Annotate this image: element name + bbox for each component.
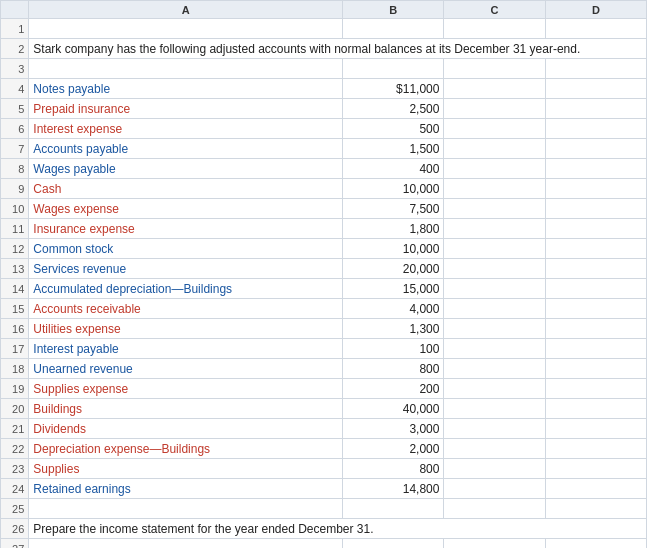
empty-cell-b xyxy=(343,499,444,519)
empty-cell-d xyxy=(545,539,646,549)
empty-cell-c xyxy=(444,19,545,39)
account-name: Utilities expense xyxy=(29,319,343,339)
table-row: 21Dividends3,000 xyxy=(1,419,647,439)
account-name: Wages payable xyxy=(29,159,343,179)
spreadsheet: A B C D 12Stark company has the followin… xyxy=(0,0,647,548)
instruction-text: Prepare the income statement for the yea… xyxy=(29,519,647,539)
account-value: 1,800 xyxy=(343,219,444,239)
col-c-header: C xyxy=(444,1,545,19)
row-number: 22 xyxy=(1,439,29,459)
account-name: Supplies expense xyxy=(29,379,343,399)
account-value: 2,000 xyxy=(343,439,444,459)
empty-cell-a xyxy=(29,19,343,39)
corner-cell xyxy=(1,1,29,19)
row-number: 1 xyxy=(1,19,29,39)
account-name: Interest payable xyxy=(29,339,343,359)
table-row: 8Wages payable400 xyxy=(1,159,647,179)
col-d-cell xyxy=(545,459,646,479)
table-row: 3 xyxy=(1,59,647,79)
col-c-cell xyxy=(444,419,545,439)
account-name: Buildings xyxy=(29,399,343,419)
account-name: Supplies xyxy=(29,459,343,479)
row-number: 17 xyxy=(1,339,29,359)
account-name: Depreciation expense—Buildings xyxy=(29,439,343,459)
account-name: Accumulated depreciation—Buildings xyxy=(29,279,343,299)
row-number: 8 xyxy=(1,159,29,179)
table-row: 16Utilities expense1,300 xyxy=(1,319,647,339)
row-number: 6 xyxy=(1,119,29,139)
table-row: 22Depreciation expense—Buildings2,000 xyxy=(1,439,647,459)
account-name: Wages expense xyxy=(29,199,343,219)
col-c-cell xyxy=(444,139,545,159)
row-number: 7 xyxy=(1,139,29,159)
row-number: 26 xyxy=(1,519,29,539)
table-row: 2Stark company has the following adjuste… xyxy=(1,39,647,59)
table-row: 9Cash10,000 xyxy=(1,179,647,199)
col-c-cell xyxy=(444,299,545,319)
col-d-cell xyxy=(545,439,646,459)
empty-cell-b xyxy=(343,19,444,39)
table-row: 20Buildings40,000 xyxy=(1,399,647,419)
account-value: 800 xyxy=(343,459,444,479)
col-c-cell xyxy=(444,379,545,399)
account-value: 200 xyxy=(343,379,444,399)
account-value: 40,000 xyxy=(343,399,444,419)
col-d-cell xyxy=(545,99,646,119)
row-number: 21 xyxy=(1,419,29,439)
table-row: 4Notes payable$11,000 xyxy=(1,79,647,99)
col-d-cell xyxy=(545,119,646,139)
col-c-cell xyxy=(444,339,545,359)
table-row: 26Prepare the income statement for the y… xyxy=(1,519,647,539)
col-c-cell xyxy=(444,319,545,339)
col-c-cell xyxy=(444,279,545,299)
account-name: Services revenue xyxy=(29,259,343,279)
account-name: Insurance expense xyxy=(29,219,343,239)
account-name: Retained earnings xyxy=(29,479,343,499)
col-d-cell xyxy=(545,219,646,239)
empty-cell-a xyxy=(29,539,343,549)
spreadsheet-body: 12Stark company has the following adjust… xyxy=(1,19,647,549)
account-value: 15,000 xyxy=(343,279,444,299)
account-name: Cash xyxy=(29,179,343,199)
col-c-cell xyxy=(444,259,545,279)
col-c-cell xyxy=(444,239,545,259)
row-number: 23 xyxy=(1,459,29,479)
account-name: Unearned revenue xyxy=(29,359,343,379)
col-d-cell xyxy=(545,279,646,299)
col-c-cell xyxy=(444,399,545,419)
row-number: 15 xyxy=(1,299,29,319)
table-row: 15Accounts receivable4,000 xyxy=(1,299,647,319)
table-row: 13Services revenue20,000 xyxy=(1,259,647,279)
col-c-cell xyxy=(444,459,545,479)
table-row: 18Unearned revenue800 xyxy=(1,359,647,379)
account-value: 500 xyxy=(343,119,444,139)
column-header-row: A B C D xyxy=(1,1,647,19)
col-d-cell xyxy=(545,239,646,259)
row-number: 13 xyxy=(1,259,29,279)
table-row: 14Accumulated depreciation—Buildings15,0… xyxy=(1,279,647,299)
col-a-header: A xyxy=(29,1,343,19)
account-value: 1,300 xyxy=(343,319,444,339)
col-c-cell xyxy=(444,99,545,119)
account-name: Common stock xyxy=(29,239,343,259)
account-name: Interest expense xyxy=(29,119,343,139)
row-number: 12 xyxy=(1,239,29,259)
table-row: 17Interest payable100 xyxy=(1,339,647,359)
row-number: 3 xyxy=(1,59,29,79)
col-c-cell xyxy=(444,219,545,239)
table-row: 27 xyxy=(1,539,647,549)
row-number: 18 xyxy=(1,359,29,379)
row-number: 20 xyxy=(1,399,29,419)
table-row: 11Insurance expense1,800 xyxy=(1,219,647,239)
table-row: 1 xyxy=(1,19,647,39)
empty-cell-b xyxy=(343,59,444,79)
col-d-cell xyxy=(545,379,646,399)
row-number: 5 xyxy=(1,99,29,119)
table-row: 10Wages expense7,500 xyxy=(1,199,647,219)
col-c-cell xyxy=(444,119,545,139)
row-number: 4 xyxy=(1,79,29,99)
table-row: 5Prepaid insurance2,500 xyxy=(1,99,647,119)
account-name: Accounts receivable xyxy=(29,299,343,319)
col-c-cell xyxy=(444,479,545,499)
account-name: Dividends xyxy=(29,419,343,439)
